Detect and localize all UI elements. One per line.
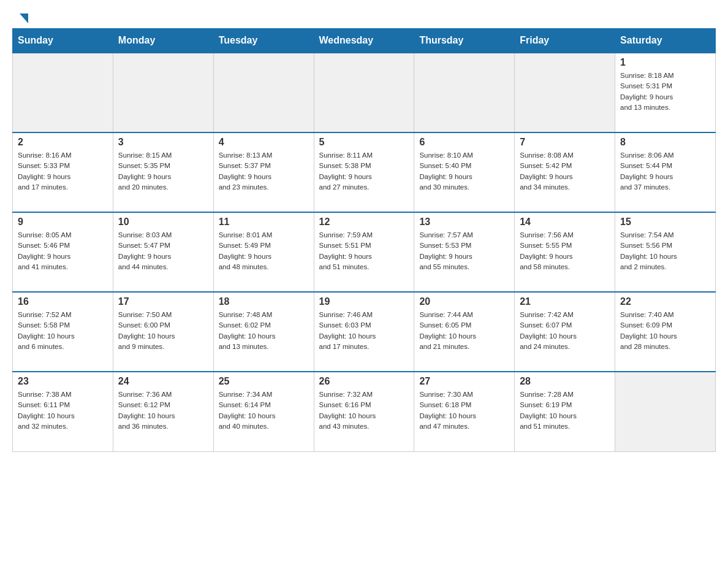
- calendar-cell: 20Sunrise: 7:44 AM Sunset: 6:05 PM Dayli…: [414, 292, 515, 372]
- day-number: 15: [620, 216, 710, 228]
- day-info: Sunrise: 7:34 AM Sunset: 6:14 PM Dayligh…: [219, 389, 309, 432]
- calendar-cell: [13, 53, 113, 132]
- day-info: Sunrise: 7:46 AM Sunset: 6:03 PM Dayligh…: [319, 310, 409, 352]
- calendar-header: SundayMondayTuesdayWednesdayThursdayFrid…: [13, 29, 716, 53]
- weekday-header-friday: Friday: [515, 29, 615, 53]
- day-info: Sunrise: 7:48 AM Sunset: 6:02 PM Dayligh…: [219, 310, 309, 352]
- day-number: 1: [620, 57, 710, 68]
- calendar-cell: 3Sunrise: 8:15 AM Sunset: 5:35 PM Daylig…: [113, 132, 213, 212]
- calendar-cell: [515, 53, 615, 132]
- calendar-cell: 9Sunrise: 8:05 AM Sunset: 5:46 PM Daylig…: [13, 212, 113, 292]
- day-info: Sunrise: 7:56 AM Sunset: 5:55 PM Dayligh…: [520, 230, 610, 272]
- day-number: 21: [520, 296, 610, 307]
- day-number: 14: [520, 216, 610, 228]
- calendar-cell: [213, 53, 314, 132]
- calendar-week-3: 9Sunrise: 8:05 AM Sunset: 5:46 PM Daylig…: [13, 212, 716, 292]
- day-number: 10: [118, 216, 208, 228]
- calendar-cell: [615, 372, 716, 451]
- calendar-cell: 22Sunrise: 7:40 AM Sunset: 6:09 PM Dayli…: [615, 292, 716, 372]
- day-info: Sunrise: 8:08 AM Sunset: 5:42 PM Dayligh…: [520, 150, 610, 193]
- calendar-cell: 6Sunrise: 8:10 AM Sunset: 5:40 PM Daylig…: [414, 132, 515, 212]
- day-number: 9: [18, 216, 108, 228]
- day-info: Sunrise: 7:30 AM Sunset: 6:18 PM Dayligh…: [419, 389, 509, 432]
- header: [0, 0, 728, 28]
- day-info: Sunrise: 7:32 AM Sunset: 6:16 PM Dayligh…: [319, 389, 409, 432]
- day-number: 4: [219, 137, 309, 148]
- calendar-cell: 1Sunrise: 8:18 AM Sunset: 5:31 PM Daylig…: [615, 53, 716, 132]
- day-info: Sunrise: 7:44 AM Sunset: 6:05 PM Dayligh…: [419, 310, 509, 352]
- calendar-cell: 25Sunrise: 7:34 AM Sunset: 6:14 PM Dayli…: [213, 372, 314, 451]
- day-info: Sunrise: 7:42 AM Sunset: 6:07 PM Dayligh…: [520, 310, 610, 352]
- day-number: 11: [219, 216, 309, 228]
- calendar-cell: 24Sunrise: 7:36 AM Sunset: 6:12 PM Dayli…: [113, 372, 213, 451]
- calendar-cell: [113, 53, 213, 132]
- day-info: Sunrise: 8:10 AM Sunset: 5:40 PM Dayligh…: [419, 150, 509, 193]
- calendar-cell: [414, 53, 515, 132]
- day-number: 23: [18, 376, 108, 387]
- day-number: 7: [520, 137, 610, 148]
- day-info: Sunrise: 7:38 AM Sunset: 6:11 PM Dayligh…: [18, 389, 108, 432]
- weekday-header-sunday: Sunday: [13, 29, 113, 53]
- day-number: 17: [118, 296, 208, 307]
- day-info: Sunrise: 8:16 AM Sunset: 5:33 PM Dayligh…: [18, 150, 108, 193]
- day-number: 26: [319, 376, 409, 387]
- calendar-cell: 19Sunrise: 7:46 AM Sunset: 6:03 PM Dayli…: [314, 292, 414, 372]
- calendar-cell: 16Sunrise: 7:52 AM Sunset: 5:58 PM Dayli…: [13, 292, 113, 372]
- day-number: 3: [118, 137, 208, 148]
- logo-arrow-icon: [20, 13, 28, 23]
- day-number: 24: [118, 376, 208, 387]
- day-info: Sunrise: 8:06 AM Sunset: 5:44 PM Dayligh…: [620, 150, 710, 193]
- calendar-cell: 28Sunrise: 7:28 AM Sunset: 6:19 PM Dayli…: [515, 372, 615, 451]
- day-number: 27: [419, 376, 509, 387]
- calendar-cell: 17Sunrise: 7:50 AM Sunset: 6:00 PM Dayli…: [113, 292, 213, 372]
- calendar-week-5: 23Sunrise: 7:38 AM Sunset: 6:11 PM Dayli…: [13, 372, 716, 451]
- calendar-wrapper: SundayMondayTuesdayWednesdayThursdayFrid…: [0, 28, 728, 464]
- calendar-cell: 21Sunrise: 7:42 AM Sunset: 6:07 PM Dayli…: [515, 292, 615, 372]
- day-number: 2: [18, 137, 108, 148]
- day-info: Sunrise: 8:11 AM Sunset: 5:38 PM Dayligh…: [319, 150, 409, 193]
- day-info: Sunrise: 7:28 AM Sunset: 6:19 PM Dayligh…: [520, 389, 610, 432]
- calendar-cell: 10Sunrise: 8:03 AM Sunset: 5:47 PM Dayli…: [113, 212, 213, 292]
- calendar-cell: 23Sunrise: 7:38 AM Sunset: 6:11 PM Dayli…: [13, 372, 113, 451]
- day-info: Sunrise: 7:36 AM Sunset: 6:12 PM Dayligh…: [118, 389, 208, 432]
- weekday-header-wednesday: Wednesday: [314, 29, 414, 53]
- day-info: Sunrise: 7:57 AM Sunset: 5:53 PM Dayligh…: [419, 230, 509, 272]
- day-info: Sunrise: 7:54 AM Sunset: 5:56 PM Dayligh…: [620, 230, 710, 272]
- weekday-header-thursday: Thursday: [414, 29, 515, 53]
- day-number: 8: [620, 137, 710, 148]
- day-number: 18: [219, 296, 309, 307]
- day-info: Sunrise: 7:40 AM Sunset: 6:09 PM Dayligh…: [620, 310, 710, 352]
- calendar-cell: 13Sunrise: 7:57 AM Sunset: 5:53 PM Dayli…: [414, 212, 515, 292]
- day-number: 6: [419, 137, 509, 148]
- calendar-week-2: 2Sunrise: 8:16 AM Sunset: 5:33 PM Daylig…: [13, 132, 716, 212]
- weekday-header-tuesday: Tuesday: [213, 29, 314, 53]
- weekday-header-monday: Monday: [113, 29, 213, 53]
- calendar-cell: 8Sunrise: 8:06 AM Sunset: 5:44 PM Daylig…: [615, 132, 716, 212]
- day-info: Sunrise: 8:03 AM Sunset: 5:47 PM Dayligh…: [118, 230, 208, 272]
- day-number: 12: [319, 216, 409, 228]
- day-info: Sunrise: 8:05 AM Sunset: 5:46 PM Dayligh…: [18, 230, 108, 272]
- calendar-table: SundayMondayTuesdayWednesdayThursdayFrid…: [12, 28, 716, 452]
- calendar-cell: 27Sunrise: 7:30 AM Sunset: 6:18 PM Dayli…: [414, 372, 515, 451]
- day-number: 16: [18, 296, 108, 307]
- day-number: 25: [219, 376, 309, 387]
- calendar-cell: 15Sunrise: 7:54 AM Sunset: 5:56 PM Dayli…: [615, 212, 716, 292]
- calendar-cell: 12Sunrise: 7:59 AM Sunset: 5:51 PM Dayli…: [314, 212, 414, 292]
- day-number: 13: [419, 216, 509, 228]
- calendar-week-4: 16Sunrise: 7:52 AM Sunset: 5:58 PM Dayli…: [13, 292, 716, 372]
- calendar-cell: 4Sunrise: 8:13 AM Sunset: 5:37 PM Daylig…: [213, 132, 314, 212]
- calendar-cell: 11Sunrise: 8:01 AM Sunset: 5:49 PM Dayli…: [213, 212, 314, 292]
- calendar-body: 1Sunrise: 8:18 AM Sunset: 5:31 PM Daylig…: [13, 53, 716, 451]
- calendar-cell: 7Sunrise: 8:08 AM Sunset: 5:42 PM Daylig…: [515, 132, 615, 212]
- calendar-cell: 5Sunrise: 8:11 AM Sunset: 5:38 PM Daylig…: [314, 132, 414, 212]
- day-info: Sunrise: 8:15 AM Sunset: 5:35 PM Dayligh…: [118, 150, 208, 193]
- day-info: Sunrise: 7:50 AM Sunset: 6:00 PM Dayligh…: [118, 310, 208, 352]
- day-number: 5: [319, 137, 409, 148]
- calendar-week-1: 1Sunrise: 8:18 AM Sunset: 5:31 PM Daylig…: [13, 53, 716, 132]
- calendar-cell: 2Sunrise: 8:16 AM Sunset: 5:33 PM Daylig…: [13, 132, 113, 212]
- day-info: Sunrise: 7:52 AM Sunset: 5:58 PM Dayligh…: [18, 310, 108, 352]
- day-info: Sunrise: 8:13 AM Sunset: 5:37 PM Dayligh…: [219, 150, 309, 193]
- day-number: 19: [319, 296, 409, 307]
- day-number: 20: [419, 296, 509, 307]
- calendar-cell: 26Sunrise: 7:32 AM Sunset: 6:16 PM Dayli…: [314, 372, 414, 451]
